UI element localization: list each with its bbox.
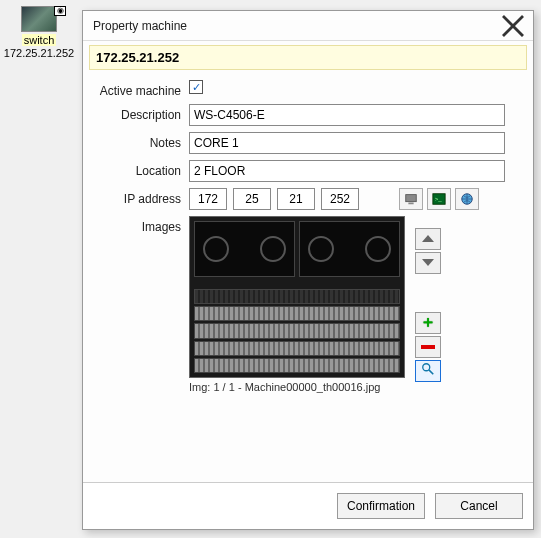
terminal-icon: >_ bbox=[432, 192, 446, 206]
form-area: Active machine ✓ Description Notes Locat… bbox=[83, 80, 533, 482]
svg-rect-0 bbox=[406, 195, 417, 202]
label-images: Images bbox=[89, 216, 189, 234]
minus-icon bbox=[421, 345, 435, 349]
property-machine-window: Property machine 172.25.21.252 Active ma… bbox=[82, 10, 534, 530]
ip-header: 172.25.21.252 bbox=[89, 45, 527, 70]
monitor-icon bbox=[404, 192, 418, 206]
notes-input[interactable] bbox=[189, 132, 505, 154]
image-add-button[interactable]: ＋ bbox=[415, 312, 441, 334]
close-button[interactable] bbox=[501, 14, 525, 38]
svg-point-5 bbox=[423, 364, 430, 371]
image-up-button[interactable] bbox=[415, 228, 441, 250]
camera-badge-icon: ◉ bbox=[54, 6, 66, 16]
globe-button[interactable] bbox=[455, 188, 479, 210]
monitor-button[interactable] bbox=[399, 188, 423, 210]
image-down-button[interactable] bbox=[415, 252, 441, 274]
label-description: Description bbox=[89, 104, 189, 122]
close-icon bbox=[501, 14, 525, 38]
description-input[interactable] bbox=[189, 104, 505, 126]
label-ip: IP address bbox=[89, 188, 189, 206]
switch-chassis-image bbox=[190, 217, 404, 377]
plus-icon: ＋ bbox=[420, 312, 436, 333]
magnify-icon bbox=[421, 362, 435, 376]
image-caption: Img: 1 / 1 - Machine00000_th00016.jpg bbox=[189, 381, 405, 393]
ip-octet-3[interactable] bbox=[277, 188, 315, 210]
label-location: Location bbox=[89, 160, 189, 178]
desktop-icon-ip: 172.25.21.252 bbox=[2, 47, 76, 59]
globe-icon bbox=[460, 192, 474, 206]
svg-text:>_: >_ bbox=[435, 195, 443, 202]
label-active: Active machine bbox=[89, 80, 189, 98]
ip-octet-1[interactable] bbox=[189, 188, 227, 210]
ip-octet-2[interactable] bbox=[233, 188, 271, 210]
window-title: Property machine bbox=[93, 19, 501, 33]
switch-thumbnail bbox=[21, 6, 57, 32]
cancel-button[interactable]: Cancel bbox=[435, 493, 523, 519]
image-preview[interactable] bbox=[189, 216, 405, 378]
arrow-down-icon bbox=[422, 259, 434, 266]
active-checkbox[interactable]: ✓ bbox=[189, 80, 203, 94]
confirmation-button[interactable]: Confirmation bbox=[337, 493, 425, 519]
svg-rect-1 bbox=[408, 203, 413, 205]
ip-octet-4[interactable] bbox=[321, 188, 359, 210]
arrow-up-icon bbox=[422, 235, 434, 242]
desktop-switch-icon[interactable]: ◉ switch 172.25.21.252 bbox=[2, 6, 76, 59]
titlebar: Property machine bbox=[83, 11, 533, 41]
image-zoom-button[interactable] bbox=[415, 360, 441, 382]
label-notes: Notes bbox=[89, 132, 189, 150]
image-remove-button[interactable] bbox=[415, 336, 441, 358]
desktop-icon-label: switch bbox=[22, 34, 57, 46]
location-input[interactable] bbox=[189, 160, 505, 182]
terminal-button[interactable]: >_ bbox=[427, 188, 451, 210]
dialog-footer: Confirmation Cancel bbox=[83, 482, 533, 529]
svg-line-6 bbox=[429, 370, 433, 374]
